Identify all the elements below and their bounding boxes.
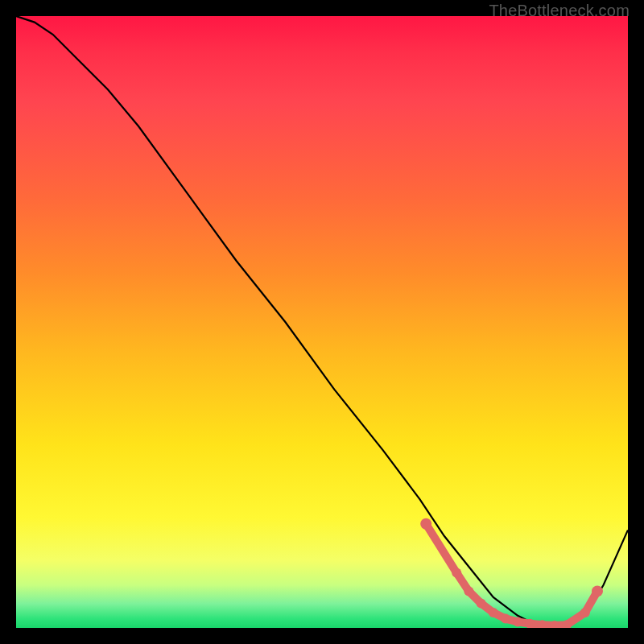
marker-dot xyxy=(452,568,461,578)
marker-dot xyxy=(501,614,510,624)
marker-dot xyxy=(580,608,590,617)
marker-dot xyxy=(592,585,603,597)
chart-frame: TheBottleneck.com xyxy=(0,0,644,644)
plot-area xyxy=(16,16,628,628)
marker-dot xyxy=(489,608,498,617)
marker-dot xyxy=(464,586,473,596)
marker-dot xyxy=(420,518,431,530)
chart-svg xyxy=(16,16,628,628)
marker-dot xyxy=(477,599,486,609)
marker-dot xyxy=(513,617,522,626)
bottleneck-curve-path xyxy=(16,16,628,628)
